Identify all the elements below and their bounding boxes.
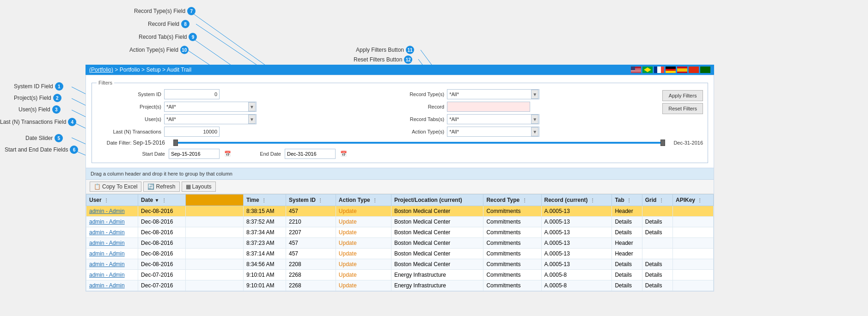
table-cell: admin - Admin (86, 206, 138, 217)
table-cell: A.0005-8 (541, 280, 612, 291)
anno-system-id-text: System ID Field (14, 83, 53, 90)
breadcrumb-bar: (Portfolio) > Portfolio > Setup > Audit … (86, 65, 714, 75)
anno-badge-11: 11 (406, 46, 414, 54)
anno-record-type: Record Type(s) Field 7 (134, 7, 196, 15)
col-project[interactable]: Project/Location (current) (391, 194, 483, 206)
table-cell: Boston Medical Center (391, 217, 483, 227)
flag-us-icon[interactable] (631, 67, 641, 73)
copy-to-excel-button[interactable]: 📋 Copy To Excel (90, 182, 141, 192)
refresh-button[interactable]: 🔄 Refresh (143, 182, 179, 192)
reset-filters-button[interactable]: Reset Filters (662, 103, 703, 114)
breadcrumb: (Portfolio) > Portfolio > Setup > Audit … (89, 67, 191, 73)
col-user[interactable]: User ⋮ (86, 194, 138, 206)
projects-select-wrapper: *All* ▼ (164, 102, 257, 112)
last-n-input[interactable] (164, 127, 220, 137)
refresh-icon: 🔄 (147, 183, 154, 190)
table-row[interactable]: admin - AdminDec-08-20168:37:52 AM2210Up… (86, 217, 714, 227)
table-row[interactable]: admin - AdminDec-08-20168:37:34 AM2207Up… (86, 227, 714, 238)
table-cell: Dec-07-2016 (138, 280, 186, 291)
col-grid[interactable]: Grid ⋮ (642, 194, 672, 206)
action-types-select[interactable]: *All* (447, 127, 539, 137)
table-cell: admin - Admin (86, 259, 138, 270)
table-cell: Details (612, 217, 642, 227)
last-n-label: Last (N) Transactions (97, 129, 161, 134)
table-cell: Energy Infrastructure (391, 280, 483, 291)
record-tabs-select[interactable]: *All* (447, 114, 539, 124)
col-record[interactable]: Record (current) ⋮ (541, 194, 612, 206)
col-empty (185, 194, 243, 206)
record-tabs-label: Record Tabs(s) (379, 116, 444, 122)
table-row[interactable]: admin - AdminDec-08-20168:37:23 AM457Upd… (86, 238, 714, 249)
table-cell: 8:37:52 AM (243, 217, 286, 227)
table-cell: A.0005-13 (541, 249, 612, 259)
record-type-select[interactable]: *All* (447, 89, 539, 99)
col-system-id[interactable]: System ID ⋮ (286, 194, 336, 206)
table-cell: Update (336, 259, 391, 270)
start-date-calendar-icon[interactable]: 📅 (224, 151, 231, 157)
table-cell: A.0005-13 (541, 227, 612, 238)
table-cell (673, 259, 714, 270)
table-cell: 457 (286, 206, 336, 217)
layouts-button[interactable]: ▦ Layouts (182, 182, 216, 192)
anno-date-fields-text: Start and End Date Fields (5, 146, 68, 153)
table-cell: A.0005-13 (541, 259, 612, 270)
col-date[interactable]: Date ▼ ⋮ (138, 194, 186, 206)
table-row[interactable]: admin - AdminDec-07-20169:10:01 AM2268Up… (86, 280, 714, 291)
record-input[interactable] (447, 102, 530, 112)
table-cell: Details (642, 280, 672, 291)
table-cell: Boston Medical Center (391, 238, 483, 249)
anno-badge-7: 7 (187, 7, 196, 15)
table-cell: admin - Admin (86, 280, 138, 291)
col-action-type[interactable]: Action Type ⋮ (336, 194, 391, 206)
table-cell (673, 249, 714, 259)
table-cell: Dec-08-2016 (138, 227, 186, 238)
anno-apply-filters: Apply Filters Button 11 (356, 46, 414, 54)
col-record-type[interactable]: Record Type ⋮ (483, 194, 541, 206)
table-row[interactable]: admin - AdminDec-08-20168:37:14 AM457Upd… (86, 249, 714, 259)
breadcrumb-path: > Portfolio > Setup > Audit Trail (115, 67, 191, 73)
table-cell: 8:37:34 AM (243, 227, 286, 238)
table-cell: Commitments (483, 217, 541, 227)
system-id-input[interactable] (164, 89, 220, 99)
anno-date-fields: Start and End Date Fields 6 (5, 146, 78, 154)
col-apikey[interactable]: APIKey ⋮ (673, 194, 714, 206)
record-type-select-wrapper: *All* ▼ (447, 89, 539, 99)
table-cell (673, 227, 714, 238)
table-row[interactable]: admin - AdminDec-07-20169:10:01 AM2268Up… (86, 270, 714, 280)
end-date-input[interactable] (285, 149, 336, 159)
anno-reset-filters: Reset Filters Button 12 (354, 55, 412, 64)
date-slider-thumb-left[interactable] (173, 140, 178, 146)
users-row: User(s) *All* ▼ (97, 114, 370, 124)
anno-system-id: System ID Field 1 (14, 82, 63, 91)
portfolio-link[interactable]: (Portfolio) (89, 67, 113, 73)
flag-fr-icon[interactable] (654, 67, 664, 73)
anno-badge-9: 9 (189, 33, 197, 41)
table-cell: Dec-08-2016 (138, 217, 186, 227)
filters-section: Filters System ID Project(s) (86, 75, 714, 168)
table-cell (185, 280, 243, 291)
table-cell: Update (336, 217, 391, 227)
anno-badge-4: 4 (68, 118, 76, 126)
anno-date-slider-text: Date Slider (25, 135, 53, 141)
table-row[interactable]: admin - AdminDec-08-20168:34:56 AM2208Up… (86, 259, 714, 270)
users-select[interactable]: *All* (164, 114, 257, 124)
col-tab[interactable]: Tab ⋮ (612, 194, 642, 206)
action-types-row: Action Type(s) *All* ▼ (379, 127, 653, 137)
grid-toolbar: 📋 Copy To Excel 🔄 Refresh ▦ Layouts (86, 180, 714, 194)
projects-select[interactable]: *All* (164, 102, 257, 112)
apply-filters-button[interactable]: Apply Filters (662, 90, 703, 101)
end-date-calendar-icon[interactable]: 📅 (340, 151, 347, 157)
table-cell: Update (336, 206, 391, 217)
table-row[interactable]: admin - AdminDec-08-20168:38:15 AM457Upd… (86, 206, 714, 217)
flag-cn-icon[interactable] (689, 67, 699, 73)
flag-br-icon[interactable] (642, 67, 653, 73)
col-time[interactable]: Time ⋮ (243, 194, 286, 206)
flag-other-icon[interactable] (700, 67, 710, 73)
table-cell (185, 238, 243, 249)
flag-es-icon[interactable] (677, 67, 687, 73)
table-cell: admin - Admin (86, 217, 138, 227)
flag-de-icon[interactable] (666, 67, 676, 73)
date-slider-thumb-right[interactable] (660, 140, 665, 146)
start-date-input[interactable] (169, 149, 220, 159)
table-cell (673, 270, 714, 280)
